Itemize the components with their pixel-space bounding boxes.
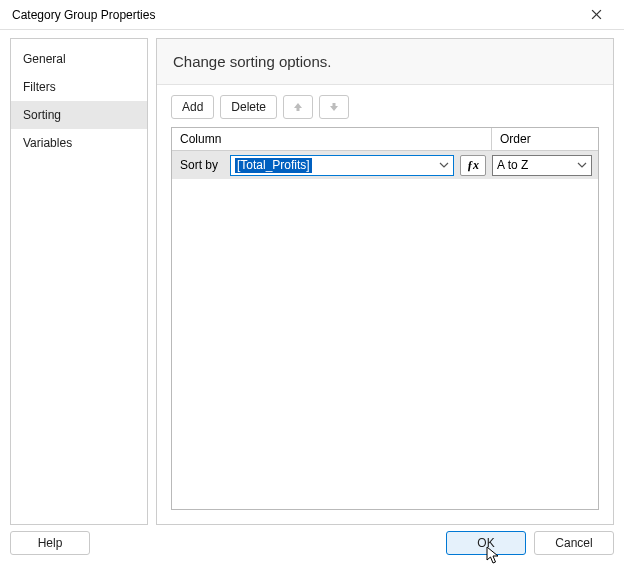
close-icon [591,9,602,20]
fx-icon: ƒx [467,158,479,173]
arrow-up-icon [292,101,304,113]
close-button[interactable] [576,1,616,29]
dialog-footer: Help OK Cancel [0,525,624,563]
arrow-down-icon [328,101,340,113]
sidebar-item-filters[interactable]: Filters [11,73,147,101]
sort-order-value: A to Z [497,158,528,172]
grid-header-order: Order [492,128,598,150]
sidebar-item-variables[interactable]: Variables [11,129,147,157]
grid-header: Column Order [172,128,598,151]
add-button[interactable]: Add [171,95,214,119]
sort-order-combobox[interactable]: A to Z [492,155,592,176]
sort-row-label: Sort by [178,158,224,172]
page-heading: Change sorting options. [157,39,613,85]
chevron-down-icon [439,162,449,168]
move-down-button[interactable] [319,95,349,119]
sidebar-item-sorting[interactable]: Sorting [11,101,147,129]
grid-header-column: Column [172,128,492,150]
sort-expression-value: [Total_Profits] [235,158,312,173]
move-up-button[interactable] [283,95,313,119]
sort-row: Sort by [Total_Profits] ƒx A to Z [172,151,598,179]
sort-expression-combobox[interactable]: [Total_Profits] [230,155,454,176]
sidebar-item-general[interactable]: General [11,45,147,73]
titlebar: Category Group Properties [0,0,624,30]
sort-toolbar: Add Delete [171,95,599,119]
delete-button[interactable]: Delete [220,95,277,119]
window-title: Category Group Properties [12,8,155,22]
sidebar: General Filters Sorting Variables [10,38,148,525]
ok-button[interactable]: OK [446,531,526,555]
main-panel: Change sorting options. Add Delete Colum… [156,38,614,525]
expression-editor-button[interactable]: ƒx [460,155,486,176]
sort-grid: Column Order Sort by [Total_Profits] ƒx … [171,127,599,510]
chevron-down-icon [577,162,587,168]
cancel-button[interactable]: Cancel [534,531,614,555]
help-button[interactable]: Help [10,531,90,555]
